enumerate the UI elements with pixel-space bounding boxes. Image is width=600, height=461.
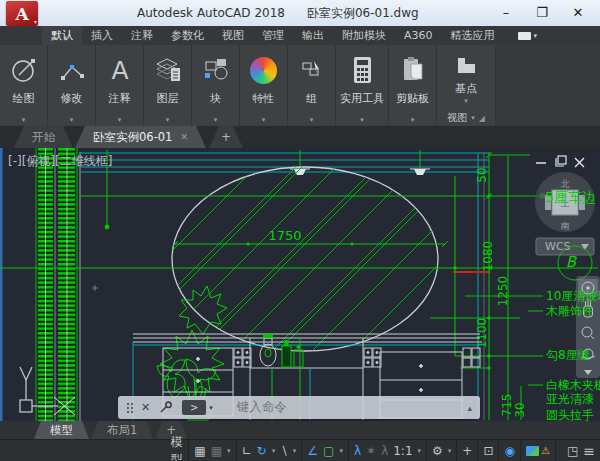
note-carving: 木雕饰件	[545, 304, 594, 318]
chevron-down-icon: ▾	[0, 116, 47, 124]
close-button[interactable]: ✕	[560, 0, 596, 24]
annotation-monitor-icon[interactable]: +	[462, 444, 472, 458]
ribbon-tab-manage[interactable]: 管理	[253, 26, 293, 45]
dialog-launcher-icon: ◢	[479, 114, 485, 123]
object-snap-icon[interactable]: ▢	[323, 444, 334, 458]
new-tab-button[interactable]: +	[209, 126, 243, 148]
panel-annotate[interactable]: A 注释 ▾	[96, 45, 143, 126]
panel-view-base[interactable]: 基点 ▾ 视图 ▾ ◢	[437, 45, 495, 126]
autocad-logo-icon: A	[15, 4, 28, 24]
drawing-canvas[interactable]: 1750 50 1080 1250 1100 715	[0, 148, 600, 421]
layers-icon	[153, 47, 183, 93]
chevron-down-icon[interactable]: ▾	[448, 447, 452, 455]
chevron-down-icon: ▾	[144, 116, 191, 124]
object-snap-tracking-icon[interactable]: ∠	[307, 444, 318, 458]
window-edge-accent	[0, 148, 3, 421]
annotation-scale-icon[interactable]: λ	[381, 444, 388, 458]
isometric-drafting-icon[interactable]: ∖	[280, 444, 288, 458]
snap-grid-icon[interactable]: ▦	[211, 444, 222, 458]
chevron-down-icon: ▾	[48, 116, 95, 124]
view-panel-title[interactable]: 视图 ▾ ◢	[437, 111, 495, 125]
ribbon-tab-annotate[interactable]: 注释	[122, 26, 162, 45]
dim-text-30: 30	[513, 402, 527, 417]
close-icon[interactable]: ✕	[141, 401, 150, 414]
application-menu-button[interactable]: A ▾	[6, 1, 38, 26]
chevron-down-icon[interactable]: ▾	[209, 404, 213, 412]
hardware-acceleration-icon[interactable]	[526, 446, 539, 456]
customize-wrench-icon[interactable]	[159, 401, 173, 414]
viewcube-south-label: 南	[561, 221, 570, 231]
panel-label: 注释	[109, 93, 131, 105]
ribbon-tab-parametric[interactable]: 参数化	[162, 26, 213, 45]
ribbon-tab-featured-apps[interactable]: 精选应用	[442, 26, 504, 45]
panel-label: 图层	[157, 93, 179, 105]
ribbon-tab-view[interactable]: 视图	[213, 26, 253, 45]
clean-screen-icon[interactable]: ◳	[567, 444, 578, 458]
svg-text:A: A	[111, 56, 128, 85]
command-input[interactable]: 键入命令	[237, 399, 287, 416]
close-tab-icon[interactable]: ✕	[180, 132, 188, 142]
panel-properties[interactable]: 特性 ▾	[240, 45, 287, 126]
panel-groups[interactable]: 组 ▾	[288, 45, 335, 126]
panel-draw[interactable]: 绘图 ▾	[0, 45, 47, 126]
panel-block[interactable]: 块 ▾	[192, 45, 239, 126]
grid-display-icon[interactable]: ▦	[194, 444, 205, 458]
ribbon-tab-a360[interactable]: A360	[395, 26, 442, 45]
file-tab-document[interactable]: 卧室实例06-01 ✕	[75, 126, 206, 148]
ribbon-tab-home[interactable]: 默认	[42, 26, 82, 45]
panel-modify[interactable]: 修改 ▾	[48, 45, 95, 126]
annotate-icon: A	[105, 47, 135, 93]
chevron-down-icon[interactable]: ▾	[339, 447, 343, 455]
panel-label: 实用工具	[340, 93, 384, 105]
block-icon	[201, 47, 231, 93]
clipboard-icon	[398, 47, 428, 93]
chevron-down-icon[interactable]: ▾	[418, 447, 422, 455]
chevron-down-icon[interactable]: ▾	[272, 447, 276, 455]
annotation-autoscale-icon[interactable]: ✶	[366, 444, 376, 458]
dim-text-1750: 1750	[268, 228, 301, 243]
tab-model[interactable]: 模型	[34, 421, 89, 439]
maximize-button[interactable]: ❐	[524, 0, 560, 24]
customization-menu-icon[interactable]: ≡	[583, 443, 595, 459]
polar-tracking-icon[interactable]: ↻	[257, 444, 267, 458]
warning-icon[interactable]: ⚠	[541, 445, 550, 456]
minimize-button[interactable]: –	[488, 0, 524, 24]
chevron-down-icon: ▾	[534, 32, 538, 40]
annotation-visibility-icon[interactable]: λ	[354, 444, 361, 458]
command-line-bar[interactable]: ✕ > ▾ 键入命令 ▴	[118, 396, 480, 419]
chevron-down-icon[interactable]: ▾	[293, 447, 297, 455]
groups-icon	[301, 47, 323, 93]
ortho-mode-icon[interactable]: ∟	[242, 444, 252, 458]
annotation-scale-value[interactable]: 1:1	[393, 444, 412, 458]
modify-icon	[57, 47, 87, 93]
ribbon-display-toggle[interactable]: ▾	[518, 26, 538, 45]
panel-label: 剪贴板	[396, 93, 429, 105]
file-tab-start[interactable]: 开始	[14, 126, 73, 148]
workspace-gear-icon[interactable]: ⚙	[432, 444, 443, 458]
drag-grip-icon[interactable]	[126, 402, 133, 414]
note-bevel-edge: 5厘车边	[545, 189, 596, 205]
tab-layout1[interactable]: 布局1	[91, 421, 153, 439]
panel-clipboard[interactable]: 剪贴板 ▾	[389, 45, 436, 126]
viewport-controls-label[interactable]: [-][俯视][二维线框]	[8, 154, 112, 168]
panel-layers[interactable]: 图层 ▾	[144, 45, 191, 126]
chevron-down-icon: ▾	[389, 116, 436, 124]
dim-text-50: 50	[475, 167, 489, 182]
ribbon-tab-addins[interactable]: 附加模块	[333, 26, 395, 45]
chevron-down-icon[interactable]: ▾	[227, 447, 231, 455]
graphics-performance-icon[interactable]: ◉	[504, 444, 514, 458]
note-glass: 10厘清玻璃	[546, 289, 600, 303]
chevron-down-icon: ▾	[96, 116, 143, 124]
ribbon-tab-output[interactable]: 输出	[293, 26, 333, 45]
chevron-down-icon: ▾	[336, 116, 388, 124]
ribbon-tab-insert[interactable]: 插入	[82, 26, 122, 45]
chevron-down-icon: ▾	[34, 18, 37, 25]
collapse-icon[interactable]: ▴	[467, 403, 472, 413]
isolate-objects-icon[interactable]: ⊡	[483, 444, 493, 458]
autocad-window: A ▾ Autodesk AutoCAD 2018 卧室实例06-01.dwg …	[0, 0, 600, 461]
command-prompt-icon[interactable]: >	[182, 400, 206, 415]
panel-label: 基点	[455, 83, 477, 95]
model-space-toggle[interactable]: 模型	[166, 440, 190, 461]
ribbon-panels: 绘图 ▾ 修改 ▾ A 注释 ▾ 图层 ▾	[0, 45, 600, 126]
panel-utilities[interactable]: 实用工具 ▾	[336, 45, 388, 126]
